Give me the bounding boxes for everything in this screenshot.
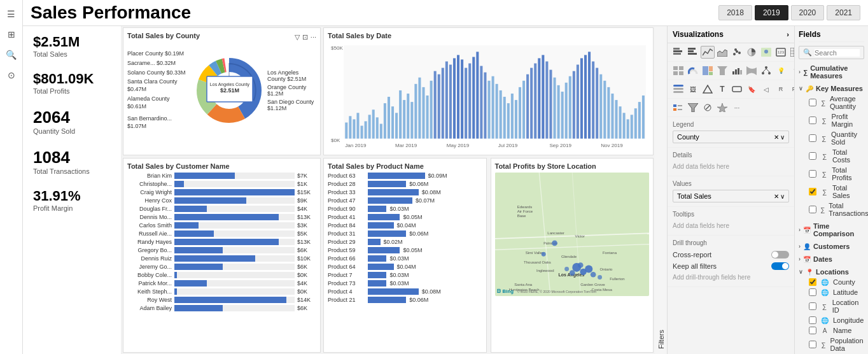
viz-bar[interactable]: [686, 46, 700, 59]
viz-gauge[interactable]: [686, 64, 700, 77]
donut-filter-icon[interactable]: ▽: [295, 33, 300, 41]
date-chart-title: Total Sales by Date: [328, 32, 649, 39]
viz-table[interactable]: [788, 46, 795, 59]
field-checkbox[interactable]: [809, 302, 816, 310]
field-checkbox[interactable]: [809, 188, 816, 195]
year-2018[interactable]: 2018: [718, 5, 752, 20]
svg-rect-55: [503, 97, 506, 139]
field-group-header-0[interactable]: › ∑ Cumulative Measures: [799, 63, 864, 81]
field-checkbox[interactable]: [809, 170, 816, 178]
viz-more1[interactable]: R: [774, 83, 788, 96]
viz-matrix[interactable]: [671, 64, 685, 77]
viz-key-influencer[interactable]: 💡: [774, 64, 788, 77]
field-group-header-4[interactable]: › 📅 Dates: [799, 254, 864, 264]
viz-treemap[interactable]: [701, 64, 715, 77]
year-2020[interactable]: 2020: [791, 5, 825, 20]
customer-bar-row: Adam Bailey $6K: [127, 305, 316, 311]
customer-value: $0K: [297, 272, 316, 278]
field-item-county: 🌐 County: [799, 277, 864, 287]
svg-rect-89: [634, 108, 637, 138]
viz-page-nav[interactable]: ◁: [759, 83, 773, 96]
field-group-header-3[interactable]: › 👤 Customers: [799, 241, 864, 251]
details-add[interactable]: Add data fields here: [673, 161, 789, 172]
viz-button[interactable]: [730, 83, 744, 96]
menu-icon[interactable]: ☰: [3, 5, 20, 23]
field-checkbox[interactable]: [809, 152, 816, 160]
field-type-icon: ∑: [820, 188, 829, 195]
data-icon[interactable]: ⊙: [3, 66, 20, 84]
viz-format[interactable]: [715, 101, 729, 114]
viz-bookmark[interactable]: 🔖: [745, 83, 759, 96]
viz-area[interactable]: [715, 46, 729, 59]
viz-custom[interactable]: ···: [730, 101, 744, 114]
field-checkbox[interactable]: [809, 134, 816, 142]
donut-label-4: Alameda County $0.61M: [127, 96, 188, 110]
viz-chevron-right[interactable]: ›: [787, 31, 789, 38]
viz-card[interactable]: 123: [774, 46, 788, 59]
year-2019[interactable]: 2019: [755, 5, 788, 20]
customer-bar-fill: [174, 297, 286, 303]
filters-strip[interactable]: Filters: [655, 26, 668, 354]
crossreport-toggle[interactable]: [771, 251, 789, 258]
viz-filter-icon[interactable]: [686, 101, 700, 114]
field-group-name: Customers: [813, 243, 850, 250]
donut-more-icon[interactable]: ···: [311, 33, 316, 41]
svg-marker-161: [717, 66, 727, 75]
viz-text[interactable]: T: [715, 83, 729, 96]
viz-more2[interactable]: Py: [788, 83, 795, 96]
field-group-header-1[interactable]: ∨ 🔑 Key Measures: [799, 83, 864, 94]
viz-pie[interactable]: [745, 46, 759, 59]
viz-analytics[interactable]: [701, 101, 715, 114]
svg-rect-65: [542, 55, 544, 138]
field-group-header-5[interactable]: ∨ 📍 Locations: [799, 267, 864, 277]
field-checkbox[interactable]: [809, 117, 816, 124]
search-sidebar-icon[interactable]: 🔍: [3, 46, 20, 64]
svg-text:$0K: $0K: [331, 138, 340, 143]
keepfilters-track[interactable]: [771, 262, 789, 270]
viz-line[interactable]: [701, 46, 715, 59]
viz-legend-icon[interactable]: [671, 101, 685, 114]
viz-map[interactable]: [759, 46, 773, 59]
svg-text:May 2019: May 2019: [447, 143, 470, 148]
field-group-header-2[interactable]: › 📅 Time Comparison: [799, 221, 864, 239]
legend-chevron-icon[interactable]: ∨: [780, 134, 785, 141]
legend-x-icon[interactable]: ✕: [774, 134, 779, 141]
fields-search-box[interactable]: 🔍: [799, 46, 864, 59]
viz-shape[interactable]: [701, 83, 715, 96]
svg-rect-87: [627, 119, 629, 138]
svg-rect-73: [573, 71, 575, 139]
viz-funnel[interactable]: [715, 64, 729, 77]
year-2021[interactable]: 2021: [827, 5, 860, 20]
field-checkbox[interactable]: [809, 327, 816, 334]
viz-decomp[interactable]: [759, 64, 773, 77]
fields-search-input[interactable]: [815, 49, 860, 57]
viz-waterfall[interactable]: [730, 64, 744, 77]
values-x-icon[interactable]: ✕: [774, 193, 779, 200]
field-checkbox[interactable]: [809, 316, 816, 324]
viz-stacked-bar[interactable]: [671, 46, 685, 59]
field-checkbox[interactable]: [809, 341, 816, 348]
drillthrough-add[interactable]: Add drill-through fields here: [673, 272, 789, 283]
field-checkbox[interactable]: [809, 288, 816, 296]
viz-scatter[interactable]: [730, 46, 744, 59]
field-checkbox[interactable]: [809, 206, 816, 213]
field-group-name: Dates: [813, 255, 832, 263]
donut-chart-svg[interactable]: Los Angeles County $2.51M: [191, 52, 267, 129]
customer-name: Jeremy Go...: [127, 264, 172, 270]
svg-rect-25: [388, 97, 390, 139]
viz-qa[interactable]: ?: [788, 64, 795, 77]
viz-slicer[interactable]: [671, 83, 685, 96]
values-dropdown[interactable]: Total Sales ✕ ∨: [673, 190, 789, 202]
svg-rect-49: [480, 66, 482, 139]
tooltips-add[interactable]: Add data fields here: [673, 220, 789, 231]
donut-expand-icon[interactable]: ⊡: [302, 33, 308, 41]
field-checkbox[interactable]: [809, 278, 816, 286]
values-chevron-icon[interactable]: ∨: [780, 193, 785, 200]
field-checkbox[interactable]: [809, 99, 816, 106]
home-icon[interactable]: ⊞: [3, 25, 20, 43]
viz-ribbon[interactable]: [745, 64, 759, 77]
keepfilters-toggle[interactable]: [771, 262, 789, 270]
legend-dropdown[interactable]: County ✕ ∨: [673, 131, 789, 143]
viz-image[interactable]: 🖼: [686, 83, 700, 96]
crossreport-track[interactable]: [771, 251, 789, 258]
